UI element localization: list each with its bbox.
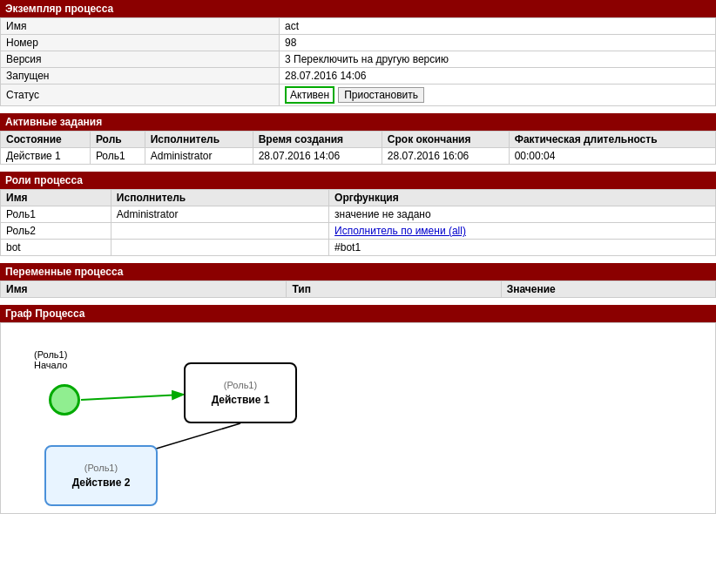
role-row-3: bot #bot1 bbox=[1, 240, 716, 256]
process-roles-header: Роли процесса bbox=[0, 172, 716, 189]
field-started-label: Запущен bbox=[1, 68, 280, 84]
process-vars-section: Переменные процесса Имя Тип Значение bbox=[0, 263, 716, 298]
version-text: 3 Переключить на другую версию bbox=[285, 53, 449, 65]
field-number-label: Номер bbox=[1, 35, 280, 51]
role-executor-1: Administrator bbox=[111, 206, 328, 223]
field-name: Имя act bbox=[1, 18, 716, 35]
action1-node: (Роль1) Действие 1 bbox=[184, 362, 297, 423]
role-row-2: Роль2 Исполнитель по имени (all) bbox=[1, 223, 716, 240]
process-instance-section: Экземпляр процесса Имя act Номер 98 Верс… bbox=[0, 0, 716, 106]
active-tasks-section: Активные задания Состояние Роль Исполнит… bbox=[0, 113, 716, 165]
field-version-value: 3 Переключить на другую версию bbox=[280, 51, 716, 68]
task-state: Действие 1 bbox=[1, 148, 91, 165]
orgfunc-link-2[interactable]: Исполнитель по имени (all) bbox=[334, 225, 466, 237]
process-graph-area: (Роль1) Начало (Роль1) Действие 1 (Роль1… bbox=[0, 322, 716, 514]
field-started: Запущен 28.07.2016 14:06 bbox=[1, 68, 716, 84]
field-version-label: Версия bbox=[1, 51, 280, 68]
action2-role: (Роль1) bbox=[84, 463, 118, 473]
role-orgfunc-3: #bot1 bbox=[329, 240, 716, 256]
col-role-name: Имя bbox=[1, 190, 111, 206]
start-node bbox=[49, 384, 80, 416]
role-orgfunc-2: Исполнитель по имени (all) bbox=[329, 223, 716, 240]
role-name-3: bot bbox=[1, 240, 111, 256]
task-row: Действие 1 Роль1 Administrator 28.07.201… bbox=[1, 148, 716, 165]
svg-line-0 bbox=[81, 395, 182, 400]
active-tasks-header: Активные задания bbox=[0, 113, 716, 131]
active-tasks-table: Состояние Роль Исполнитель Время создани… bbox=[0, 131, 716, 165]
process-roles-section: Роли процесса Имя Исполнитель Оргфункция… bbox=[0, 172, 716, 256]
field-number: Номер 98 bbox=[1, 35, 716, 51]
tasks-table-header-row: Состояние Роль Исполнитель Время создани… bbox=[1, 132, 716, 148]
start-node-label: (Роль1) Начало bbox=[34, 349, 67, 370]
task-created: 28.07.2016 14:06 bbox=[253, 148, 382, 165]
status-cell: Активен Приостановить bbox=[285, 86, 710, 104]
process-graph-header: Граф Процесса bbox=[0, 305, 716, 322]
process-instance-header: Экземпляр процесса bbox=[0, 0, 716, 17]
role-orgfunc-1: значение не задано bbox=[329, 206, 716, 223]
vars-header-row: Имя Тип Значение bbox=[1, 281, 716, 298]
col-created: Время создания bbox=[253, 132, 382, 148]
field-started-value: 28.07.2016 14:06 bbox=[280, 68, 716, 84]
action1-name: Действие 1 bbox=[212, 394, 270, 406]
process-instance-table: Имя act Номер 98 Версия 3 Переключить на… bbox=[0, 17, 716, 106]
process-roles-table: Имя Исполнитель Оргфункция Роль1 Adminis… bbox=[0, 189, 716, 256]
action2-name: Действие 2 bbox=[72, 476, 131, 489]
pause-button[interactable]: Приостановить bbox=[338, 87, 424, 103]
col-role: Роль bbox=[90, 132, 145, 148]
field-name-value: act bbox=[280, 18, 716, 35]
status-badge: Активен bbox=[285, 86, 334, 104]
col-var-value: Значение bbox=[501, 281, 715, 298]
start-name-label: Начало bbox=[34, 360, 67, 370]
start-role-label: (Роль1) bbox=[34, 349, 67, 360]
roles-header-row: Имя Исполнитель Оргфункция bbox=[1, 190, 716, 206]
col-executor: Исполнитель bbox=[145, 132, 253, 148]
col-var-type: Тип bbox=[287, 281, 501, 298]
col-duration: Фактическая длительность bbox=[509, 132, 715, 148]
col-state: Состояние bbox=[1, 132, 91, 148]
task-duration: 00:00:04 bbox=[509, 148, 715, 165]
role-name-2: Роль2 bbox=[1, 223, 111, 240]
task-executor: Administrator bbox=[145, 148, 253, 165]
role-name-1: Роль1 bbox=[1, 206, 111, 223]
field-status-value: Активен Приостановить bbox=[280, 84, 716, 106]
col-var-name: Имя bbox=[1, 281, 287, 298]
field-status-label: Статус bbox=[1, 84, 280, 106]
col-role-executor: Исполнитель bbox=[111, 190, 328, 206]
field-status: Статус Активен Приостановить bbox=[1, 84, 716, 106]
role-executor-3 bbox=[111, 240, 328, 256]
col-deadline: Срок окончания bbox=[382, 132, 509, 148]
process-vars-header: Переменные процесса bbox=[0, 263, 716, 280]
role-row-1: Роль1 Administrator значение не задано bbox=[1, 206, 716, 223]
task-deadline: 28.07.2016 16:06 bbox=[382, 148, 509, 165]
action2-node: (Роль1) Действие 2 bbox=[44, 445, 158, 506]
field-version: Версия 3 Переключить на другую версию bbox=[1, 51, 716, 68]
col-role-orgfunc: Оргфункция bbox=[329, 190, 716, 206]
task-role: Роль1 bbox=[90, 148, 145, 165]
process-graph-section: Граф Процесса (Роль1) Начало bbox=[0, 305, 716, 514]
svg-line-1 bbox=[145, 423, 240, 452]
action1-role: (Роль1) bbox=[224, 380, 257, 390]
field-number-value: 98 bbox=[280, 35, 716, 51]
role-executor-2 bbox=[111, 223, 328, 240]
process-vars-table: Имя Тип Значение bbox=[0, 280, 716, 298]
field-name-label: Имя bbox=[1, 18, 280, 35]
